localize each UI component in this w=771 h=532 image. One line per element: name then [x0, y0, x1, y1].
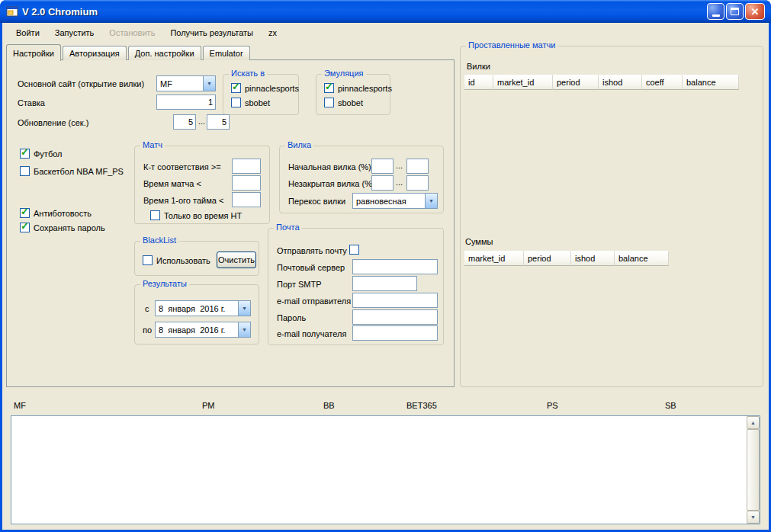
search-pinnaclesports-checkbox[interactable]: ✓ [231, 83, 241, 93]
mail-group: Почта Отправлять почту Почтовый сервер П… [268, 228, 444, 345]
mail-server-label: Почтовый сервер [277, 263, 345, 272]
save-password-label: Сохранять пароль [34, 223, 105, 232]
football-checkbox[interactable]: ✓ [20, 149, 30, 159]
fork-unclosed-to-input[interactable] [406, 175, 429, 191]
search-in-group-title: Искать в [229, 69, 267, 78]
forks-col-ishod[interactable]: ishod [599, 75, 642, 90]
menu-item-get-results[interactable]: Получить результаты [162, 25, 261, 40]
results-from-datepicker[interactable]: 8 января 2016 г. ▼ [155, 300, 251, 316]
menu-item-start[interactable]: Запустить [47, 25, 102, 40]
main-site-label: Основной сайт (открытие вилки) [18, 79, 144, 88]
refresh-to-input[interactable] [207, 114, 230, 130]
minimize-button[interactable] [707, 3, 724, 20]
tab-emulator-label: Emulator [210, 49, 243, 58]
fork-initial-from-input[interactable] [371, 159, 394, 174]
bottom-label-ps: PS [547, 401, 558, 410]
emulation-group: Эмуляция ✓ pinnaclesports sbobet [316, 74, 390, 115]
close-button[interactable]: ✕ [745, 3, 765, 20]
mail-recipient-input[interactable] [352, 325, 438, 341]
menu-item-login[interactable]: Войти [8, 25, 47, 40]
fork-unclosed-dots: ... [396, 178, 403, 187]
scroll-up-button[interactable]: ▲ [747, 416, 760, 429]
mail-password-input[interactable] [352, 309, 438, 325]
menu-item-zx[interactable]: zx [261, 25, 284, 40]
check-icon: ✓ [232, 82, 240, 91]
scrollbar-thumb[interactable] [747, 429, 760, 511]
antibot-label: Антиботовость [34, 209, 92, 218]
match-group: Матч К-т соответствия >= Время матча < В… [134, 146, 270, 224]
tab-authorization[interactable]: Авторизация [63, 46, 127, 60]
fork-group-title: Вилка [285, 140, 313, 149]
blacklist-use-label: Использовать [156, 256, 210, 265]
sums-col-market-id[interactable]: market_id [464, 251, 524, 266]
placed-matches-group-title: Проставленные матчи [466, 40, 557, 50]
emulation-pinnaclesports-checkbox[interactable]: ✓ [324, 83, 334, 93]
blacklist-group: BlackList Использовать Очистить [134, 241, 259, 276]
scroll-down-button[interactable]: ▼ [747, 511, 760, 524]
search-in-group: Искать в ✓ pinnaclesports sbobet [223, 74, 299, 115]
blacklist-clear-button[interactable]: Очистить [217, 252, 256, 268]
vertical-scrollbar[interactable]: ▲ ▼ [747, 416, 760, 524]
antibot-checkbox[interactable]: ✓ [20, 208, 30, 218]
main-site-value: MF [157, 76, 203, 91]
search-sbobet-row: sbobet [231, 98, 270, 107]
mail-send-label: Отправлять почту [277, 246, 347, 255]
tab-emulator[interactable]: Emulator [203, 46, 250, 60]
fork-initial-label: Начальная вилка (%) [288, 162, 371, 171]
sums-table-header: market_id period ishod balance [464, 251, 669, 266]
mail-send-checkbox[interactable] [349, 245, 359, 255]
forks-table-header: id market_id period ishod coeff balance [464, 75, 739, 90]
stake-input[interactable] [156, 95, 216, 110]
save-password-row: ✓ Сохранять пароль [20, 223, 105, 232]
match-half-input[interactable] [232, 192, 261, 207]
match-time-input[interactable] [232, 175, 261, 191]
bottom-label-bet365: BET365 [406, 401, 437, 410]
emulation-sbobet-checkbox[interactable] [324, 98, 334, 107]
sums-col-balance[interactable]: balance [615, 251, 669, 266]
main-site-select[interactable]: MF ▼ [156, 75, 216, 91]
ht-only-checkbox[interactable] [150, 210, 160, 220]
refresh-from-input[interactable] [173, 114, 196, 130]
results-to-label: по [143, 325, 152, 335]
search-sbobet-checkbox[interactable] [231, 98, 241, 107]
forks-col-period[interactable]: period [553, 75, 599, 90]
match-coef-input[interactable] [232, 159, 261, 174]
chevron-down-icon: ▼ [238, 301, 250, 316]
match-group-title: Матч [140, 140, 165, 149]
forks-col-balance[interactable]: balance [683, 75, 739, 90]
ht-only-label: Только во время HT [164, 211, 242, 220]
basketball-checkbox[interactable] [20, 166, 30, 176]
basketball-label: Баскетбол NBA MF_PS [34, 167, 124, 176]
results-from-label: с [145, 304, 149, 313]
ht-only-row: Только во время HT [150, 210, 242, 220]
forks-col-coeff[interactable]: coeff [642, 75, 683, 90]
football-row: ✓ Футбол [20, 149, 63, 159]
mail-sender-input[interactable] [352, 293, 438, 308]
fork-skew-select[interactable]: равновесная ▼ [352, 193, 438, 209]
tab-settings[interactable]: Настройки [6, 44, 61, 61]
basketball-row: Баскетбол NBA MF_PS [20, 166, 124, 176]
forks-col-id[interactable]: id [464, 75, 493, 90]
mail-server-input[interactable] [352, 259, 438, 274]
chevron-down-icon: ▼ [203, 76, 215, 91]
results-to-datepicker[interactable]: 8 января 2016 г. ▼ [155, 322, 251, 338]
sums-col-period[interactable]: period [524, 251, 571, 266]
maximize-button[interactable] [726, 3, 744, 20]
emulation-pinnaclesports-label: pinnaclesports [338, 84, 392, 93]
sums-col-ishod[interactable]: ishod [571, 251, 615, 266]
minimize-icon [712, 14, 720, 17]
save-password-checkbox[interactable]: ✓ [20, 223, 30, 232]
forks-col-market-id[interactable]: market_id [493, 75, 553, 90]
search-sbobet-label: sbobet [245, 98, 270, 107]
log-textarea[interactable]: ▲ ▼ [11, 415, 760, 524]
fork-unclosed-label: Незакрытая вилка (%) [288, 179, 375, 188]
blacklist-use-checkbox[interactable] [143, 255, 153, 265]
fork-unclosed-from-input[interactable] [371, 175, 394, 191]
window-content: Войти Запустить Остановить Получить резу… [2, 23, 769, 530]
fork-initial-to-input[interactable] [406, 159, 429, 174]
mail-smtp-input[interactable] [352, 276, 417, 291]
maximize-icon [731, 8, 739, 15]
search-pinnaclesports-label: pinnaclesports [245, 84, 299, 93]
app-icon [6, 5, 18, 18]
tab-extra-settings[interactable]: Доп. настройки [128, 46, 201, 60]
